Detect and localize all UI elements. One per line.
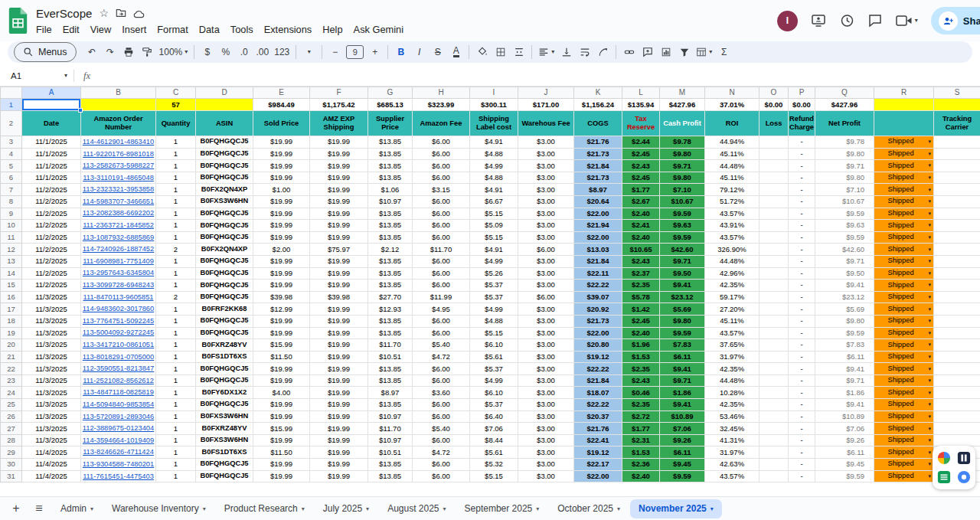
order-link[interactable]: 113-3417210-0861051 — [83, 341, 154, 348]
cell-quantity[interactable]: 1 — [156, 195, 196, 208]
cell-tax-reserve[interactable]: $1.96 — [622, 339, 660, 352]
cell-cogs[interactable]: $22.22 — [574, 363, 622, 375]
cell-refund-charge[interactable]: - — [789, 327, 815, 339]
cell-status[interactable]: Shipped▾ — [874, 387, 934, 399]
cell-shipping-label-cost[interactable]: $4.99 — [470, 160, 518, 172]
cell-warehouse-fee[interactable]: $3.00 — [518, 410, 574, 423]
total-warehouse-fee[interactable]: $171.00 — [518, 99, 574, 111]
column-header-M[interactable]: M — [660, 87, 705, 99]
row-header-21[interactable]: 21 — [1, 351, 22, 363]
menu-item-edit[interactable]: Edit — [57, 22, 85, 37]
cell-amazon-fee[interactable]: $6.00 — [413, 255, 470, 267]
cell-amazon-fee[interactable]: $6.00 — [413, 148, 470, 160]
cell-quantity[interactable]: 2 — [156, 291, 196, 303]
cell-net-profit[interactable]: $9.80 — [815, 172, 874, 184]
cell-supplier-price[interactable]: $10.51 — [368, 351, 413, 363]
cell-warehouse-fee[interactable]: $3.00 — [518, 208, 574, 220]
row-header-6[interactable]: 6 — [1, 172, 22, 184]
cell-date[interactable]: 11/3/2025 — [22, 339, 81, 352]
header-cogs[interactable]: COGS — [574, 111, 622, 136]
cell-status[interactable]: Shipped▾ — [874, 303, 934, 316]
cell-tax-reserve[interactable]: $2.37 — [622, 267, 660, 280]
cell-asin[interactable]: B0FXRZ48YV — [196, 339, 253, 352]
cell-date[interactable]: 11/3/2025 — [22, 303, 81, 316]
cell-tracking-carrier[interactable] — [934, 208, 980, 220]
cell-cogs[interactable]: $22.00 — [574, 208, 622, 220]
cell-warehouse-fee[interactable]: $3.00 — [518, 399, 574, 411]
name-box[interactable]: A1 ▾ — [0, 71, 74, 80]
cell-status[interactable]: Shipped▾ — [874, 280, 934, 292]
cell-order-number[interactable]: 113-3110191-4865048 — [81, 172, 156, 184]
status-dropdown-arrow[interactable]: ▾ — [928, 450, 931, 455]
cell-net-profit[interactable]: $7.10 — [815, 184, 874, 196]
order-link[interactable]: 111-6908981-7751409 — [83, 257, 154, 265]
cell-shipping-label-cost[interactable]: $5.37 — [470, 399, 518, 411]
cell-amazon-fee[interactable]: $6.00 — [413, 315, 470, 327]
cell-date[interactable]: 11/3/2025 — [22, 327, 81, 339]
extension-blue-icon[interactable] — [957, 470, 971, 484]
cell-quantity[interactable]: 1 — [156, 327, 196, 339]
cell-amz-exp-shipping[interactable]: $19.99 — [310, 267, 368, 280]
cell-asin[interactable]: B0FQHGQCJ5 — [196, 291, 253, 303]
column-header-B[interactable]: B — [81, 87, 156, 99]
cell-net-profit[interactable]: $6.11 — [815, 446, 874, 459]
cell-cogs[interactable]: $22.00 — [574, 231, 622, 244]
cell-asin[interactable]: B0FQHGQCJ5 — [196, 315, 253, 327]
cell-sold-price[interactable]: $19.99 — [253, 195, 310, 208]
cell-quantity[interactable]: 1 — [156, 160, 196, 172]
total-tracking-carrier[interactable] — [934, 99, 980, 111]
cell-order-number[interactable]: 113-8018291-0705000 — [81, 351, 156, 363]
cell-supplier-price[interactable]: $13.85 — [368, 220, 413, 232]
status-dropdown-arrow[interactable]: ▾ — [928, 187, 931, 192]
cell-net-profit[interactable]: $9.45 — [815, 459, 874, 471]
cell-loss[interactable] — [760, 470, 789, 482]
cell-tax-reserve[interactable]: $2.45 — [622, 172, 660, 184]
cell-loss[interactable] — [760, 267, 789, 280]
cell-roi[interactable]: 326.90% — [705, 244, 760, 256]
cell-refund-charge[interactable]: - — [789, 470, 815, 482]
cell-order-number[interactable]: 114-3594664-1019409 — [81, 434, 156, 446]
cell-tax-reserve[interactable]: $0.46 — [622, 387, 660, 399]
cell-date[interactable]: 11/3/2025 — [22, 387, 81, 399]
cell-sold-price[interactable]: $19.99 — [253, 136, 310, 149]
text-color-button[interactable]: A — [447, 43, 465, 61]
status-dropdown-arrow[interactable]: ▾ — [928, 175, 931, 180]
menu-item-help[interactable]: Help — [317, 22, 348, 37]
cell-amz-exp-shipping[interactable]: $19.99 — [310, 387, 368, 399]
row-header-22[interactable]: 22 — [1, 363, 22, 375]
cell-sold-price[interactable]: $19.99 — [253, 410, 310, 423]
cell-tracking-carrier[interactable] — [934, 434, 980, 446]
cell-warehouse-fee[interactable]: $3.00 — [518, 280, 574, 292]
row-header-23[interactable]: 23 — [1, 374, 22, 387]
header-cash-profit[interactable]: Cash Profit — [660, 111, 705, 136]
cell-roi[interactable]: 53.46% — [705, 410, 760, 423]
cell-status[interactable]: Shipped▾ — [874, 184, 934, 196]
cell-tracking-carrier[interactable] — [934, 220, 980, 232]
cell-amazon-fee[interactable]: $11.70 — [413, 244, 470, 256]
status-dropdown-arrow[interactable]: ▾ — [928, 247, 931, 252]
cell-date[interactable]: 11/3/2025 — [22, 351, 81, 363]
cell-shipping-label-cost[interactable]: $6.10 — [470, 387, 518, 399]
cell-date[interactable]: 11/2/2025 — [22, 208, 81, 220]
cell-refund-charge[interactable]: - — [789, 172, 815, 184]
column-header-A[interactable]: A — [22, 87, 81, 99]
cell-cogs[interactable]: $21.84 — [574, 374, 622, 387]
cell-shipping-label-cost[interactable]: $5.15 — [470, 208, 518, 220]
cell-sold-price[interactable]: $4.00 — [253, 387, 310, 399]
cell-roi[interactable]: 42.35% — [705, 399, 760, 411]
total-shipping-label-cost[interactable]: $300.11 — [470, 99, 518, 111]
cell-order-number[interactable]: 113-4847118-0825819 — [81, 387, 156, 399]
cell-order-number[interactable]: 111-9220176-8981018 — [81, 148, 156, 160]
cell-sold-price[interactable]: $19.99 — [253, 459, 310, 471]
cell-status[interactable]: Shipped▾ — [874, 136, 934, 149]
cell-cogs[interactable]: $22.22 — [574, 399, 622, 411]
cell-supplier-price[interactable]: $13.85 — [368, 172, 413, 184]
cell-date[interactable]: 11/2/2025 — [22, 195, 81, 208]
cell-asin[interactable]: B0FRF2KK68 — [196, 303, 253, 316]
cell-sold-price[interactable]: $11.50 — [253, 446, 310, 459]
percent-format-button[interactable]: % — [217, 43, 234, 61]
cell-net-profit[interactable]: $7.06 — [815, 423, 874, 435]
cell-tax-reserve[interactable]: $1.77 — [622, 184, 660, 196]
row-header-9[interactable]: 9 — [1, 208, 22, 220]
row-header-16[interactable]: 16 — [1, 291, 22, 303]
